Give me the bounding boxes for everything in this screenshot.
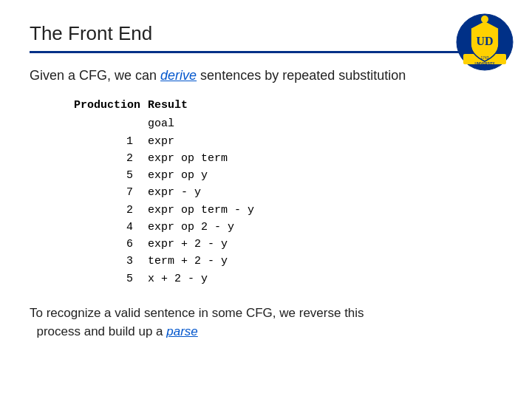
table-row: 1 expr <box>74 133 502 150</box>
table-row: 2 expr op term - y <box>74 202 502 219</box>
table-row: 5 expr op y <box>74 167 502 184</box>
table-row: 6 expr + 2 - y <box>74 236 502 253</box>
table-row: 2 expr op term <box>74 150 502 167</box>
slide-title: The Front End <box>30 22 502 45</box>
svg-text:UNIVERSITY: UNIVERSITY <box>474 62 494 66</box>
subtitle: Given a CFG, we can derive sentences by … <box>30 68 502 83</box>
svg-text:1743: 1743 <box>480 55 488 60</box>
slide: UD 1743 UNIVERSITY The Front End Given a… <box>0 0 532 399</box>
table-row: 4 expr op 2 - y <box>74 219 502 236</box>
table-row: goal <box>74 115 502 132</box>
subtitle-after: sentences by repeated substitution <box>197 68 406 83</box>
title-section: The Front End <box>30 22 502 53</box>
svg-point-3 <box>481 16 488 23</box>
parse-word: parse <box>166 324 198 338</box>
university-logo: UD 1743 UNIVERSITY <box>456 13 514 71</box>
production-table: Production Result goal 1 expr 2 expr op … <box>74 97 502 287</box>
subtitle-before: Given a CFG, we can <box>30 68 160 83</box>
svg-text:UD: UD <box>476 35 493 47</box>
bottom-paragraph: To recognize a valid sentence in some CF… <box>30 304 502 341</box>
table-row: 5 x + 2 - y <box>74 270 502 287</box>
col-production-header: Production <box>74 97 148 114</box>
derive-word: derive <box>160 68 197 83</box>
col-result-header: Result <box>148 97 188 114</box>
table-header: Production Result <box>74 97 502 114</box>
table-row: 7 expr - y <box>74 184 502 201</box>
table-row: 3 term + 2 - y <box>74 253 502 270</box>
